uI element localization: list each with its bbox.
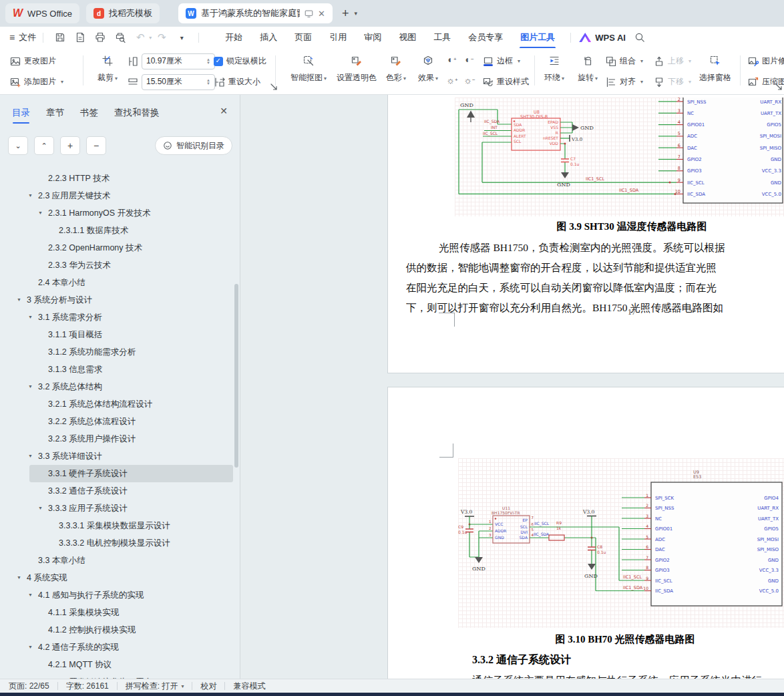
tab-document[interactable]: W 基于鸿蒙系统的智能家庭窗帘控 ✕	[178, 3, 333, 23]
menu-item-5[interactable]: 视图	[399, 31, 416, 43]
nav-tab-3[interactable]: 查找和替换	[114, 107, 160, 119]
align-button[interactable]: 对齐▾	[605, 73, 643, 90]
export-button[interactable]	[73, 31, 87, 43]
redo-button[interactable]: ↷	[154, 31, 169, 43]
toc-item[interactable]: 3.1.1 项目概括	[0, 326, 234, 343]
toc-item[interactable]: 4.1.1 采集模块实现	[0, 604, 234, 621]
lock-aspect-checkbox[interactable]: 锁定纵横比	[214, 53, 266, 69]
toc-item[interactable]: 3.2.2 系统总体流程设计	[0, 413, 234, 430]
bh1750-schematic-figure[interactable]: U9E531SPI_SCKGPIO42SPI_NSSUART_RX3NCUART…	[458, 458, 784, 628]
toc-item[interactable]: 4.1.2 控制执行模块实现	[0, 621, 234, 639]
print-button[interactable]	[93, 31, 108, 43]
toc-item[interactable]: 3.3.1 硬件子系统设计	[0, 465, 234, 482]
toc-item[interactable]: 2.3.2 OpenHarmony 技术	[0, 239, 234, 256]
print-preview-button[interactable]	[113, 31, 128, 43]
wps-ai-label[interactable]: WPS AI	[595, 33, 626, 43]
collapse-chevron-icon[interactable]: ▼	[28, 639, 33, 656]
toc-item[interactable]: 2.2.3 HTTP 技术	[0, 170, 234, 187]
effects-button[interactable]: 效果▾	[413, 53, 443, 83]
change-picture-button[interactable]: 更改图片	[9, 53, 63, 69]
toc-item[interactable]: ▼3.1 系统需求分析	[0, 309, 234, 326]
window-mode-icon[interactable]	[305, 9, 313, 18]
reset-style-button[interactable]: 重设样式	[482, 73, 529, 90]
word-count[interactable]: 字数: 26161	[66, 681, 109, 692]
toc-item[interactable]: 2.3.3 华为云技术	[0, 256, 234, 274]
expand-down-button[interactable]: ⌄	[8, 136, 28, 155]
set-transparent-button[interactable]: 设置透明色	[335, 53, 378, 83]
spellcheck-status[interactable]: 拼写检查: 打开	[126, 681, 178, 692]
toc-item[interactable]: ▼2.3 应用层关键技术	[0, 187, 234, 204]
collapse-chevron-icon[interactable]: ▼	[28, 448, 33, 465]
nav-tab-2[interactable]: 书签	[80, 107, 98, 119]
toc-item[interactable]: 3.3.3.1 采集模块数据显示设计	[0, 517, 234, 534]
menu-item-3[interactable]: 引用	[329, 31, 347, 43]
toc-item[interactable]: ▼3.3 系统详细设计	[0, 448, 234, 465]
toc-item[interactable]: ▼3.3.3 应用子系统设计	[0, 500, 234, 517]
sidebar-scrollbar[interactable]	[234, 284, 238, 468]
tab-docer[interactable]: d 找稻壳模板	[86, 3, 160, 23]
toc-item[interactable]: 3.3.3.2 电机控制模块显示设计	[0, 534, 234, 552]
smart-toc-button[interactable]: 智能识别目录	[155, 136, 232, 155]
undo-chevron-icon[interactable]: ▾	[149, 35, 152, 41]
reset-size-button[interactable]: 重设大小	[214, 73, 266, 90]
toc-item[interactable]: ▼4.1 感知与执行子系统的实现	[0, 586, 234, 604]
toc-item[interactable]: 3.1.2 系统功能需求分析	[0, 343, 234, 361]
group-button[interactable]: 组合▾	[605, 53, 643, 69]
collapse-chevron-icon[interactable]: ▼	[17, 291, 21, 309]
menu-item-0[interactable]: 开始	[225, 31, 242, 43]
brightness-down-button[interactable]: ☼−	[462, 73, 477, 88]
undo-button[interactable]: ↶	[133, 31, 148, 43]
file-menu[interactable]: 文件	[19, 31, 36, 43]
brightness-up-button[interactable]: ☼+	[445, 73, 459, 88]
new-tab-button[interactable]: +	[342, 7, 349, 21]
collapse-chevron-icon[interactable]: ▼	[17, 569, 21, 586]
contrast-down-button[interactable]: ◐−	[462, 52, 477, 67]
close-pane-icon[interactable]: ✕	[220, 106, 228, 116]
menu-item-6[interactable]: 工具	[433, 31, 451, 43]
toc-item[interactable]: 3.2.3 系统用户操作设计	[0, 430, 234, 448]
border-button[interactable]: 边框 ▾	[482, 53, 529, 69]
toc-item[interactable]: ▼4 系统实现	[0, 569, 234, 586]
tab-list-chevron-icon[interactable]: ▾	[354, 10, 357, 17]
collapse-chevron-icon[interactable]: ▼	[38, 204, 43, 222]
add-picture-button[interactable]: 添加图片 ▾	[9, 73, 63, 90]
collapse-up-button[interactable]: ⌃	[34, 136, 54, 155]
width-stepper[interactable]: ▲▼	[206, 79, 210, 85]
nav-tab-0[interactable]: 目录	[12, 107, 30, 119]
toc-item[interactable]: 3.3.2 通信子系统设计	[0, 482, 234, 500]
collapse-all-button[interactable]: −	[86, 136, 106, 155]
collapse-chevron-icon[interactable]: ▼	[38, 500, 43, 517]
toc-item[interactable]: 4.2.1 MQTT 协议	[0, 656, 234, 673]
search-icon[interactable]	[632, 31, 647, 43]
height-stepper[interactable]: ▲▼	[206, 58, 210, 65]
selection-pane-button[interactable]: 选择窗格	[695, 53, 736, 83]
sht30-schematic-figure[interactable]: 2SPI_NSSUART_RX3NCUART_TX4GPIO01GPIO55AD…	[455, 98, 784, 216]
menu-item-7[interactable]: 会员专享	[468, 31, 503, 43]
toc-item[interactable]: ▼3 系统分析与设计	[0, 291, 234, 309]
toc-item[interactable]: 3.1.3 信息需求	[0, 361, 234, 378]
crop-button[interactable]: 裁剪▾	[91, 53, 124, 83]
document-canvas[interactable]: 2SPI_NSSUART_RX3NCUART_TX4GPIO01GPIO55AD…	[240, 95, 784, 679]
save-button[interactable]	[53, 31, 67, 43]
rotate-button[interactable]: 旋转▾	[573, 53, 602, 83]
menu-item-picture-tools[interactable]: 图片工具	[520, 31, 555, 43]
toc-item[interactable]: 2.4 本章小结	[0, 274, 234, 291]
section-heading[interactable]: 3.3.2 通信子系统设计	[472, 653, 571, 667]
body-paragraph[interactable]: 光照传感器 BH1750，负责检测室内的光照强度。系统可以根据供的数据，智能地调…	[406, 238, 725, 318]
nav-tab-1[interactable]: 章节	[46, 107, 64, 119]
menu-item-4[interactable]: 审阅	[364, 31, 381, 43]
wrap-button[interactable]: 环绕▾	[540, 53, 569, 83]
collapse-chevron-icon[interactable]: ▼	[28, 586, 33, 604]
tab-wps-office[interactable]: W WPS Office	[5, 3, 79, 23]
collapse-chevron-icon[interactable]: ▼	[28, 187, 33, 204]
page-indicator[interactable]: 页面: 22/65	[9, 681, 49, 692]
more-commands-chevron-icon[interactable]: ▾	[174, 31, 189, 43]
collapse-chevron-icon[interactable]: ▼	[28, 309, 33, 326]
toc-item[interactable]: 3.3 本章小结	[0, 552, 234, 569]
toc-item[interactable]: ▼3.2 系统总体结构	[0, 378, 234, 395]
toc-item[interactable]: 4.2.2 开发板连接华为云平台	[0, 673, 234, 679]
group-expander-icon[interactable]	[775, 83, 782, 90]
height-field[interactable]: 10.97厘米 ▲▼	[142, 53, 215, 69]
toc-item[interactable]: 2.3.1.1 数据库技术	[0, 222, 234, 239]
menu-item-2[interactable]: 页面	[295, 31, 312, 43]
